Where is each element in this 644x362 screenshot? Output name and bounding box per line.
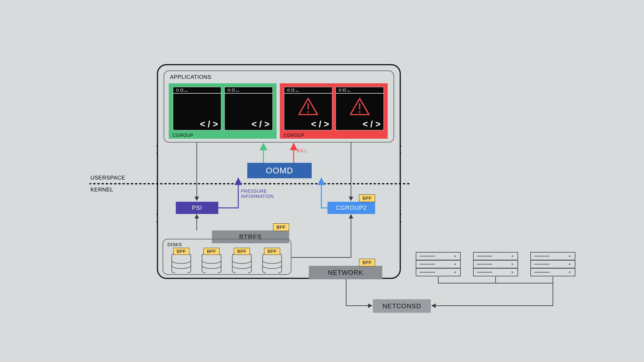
arrows-layer	[0, 0, 644, 362]
kill-label: KILL	[297, 148, 308, 153]
diagram-canvas: USERSPACE KERNEL APPLICATIONS CGROUP CGR…	[0, 0, 644, 362]
pressure-label: PRESSURE INFORMATION	[241, 189, 274, 199]
